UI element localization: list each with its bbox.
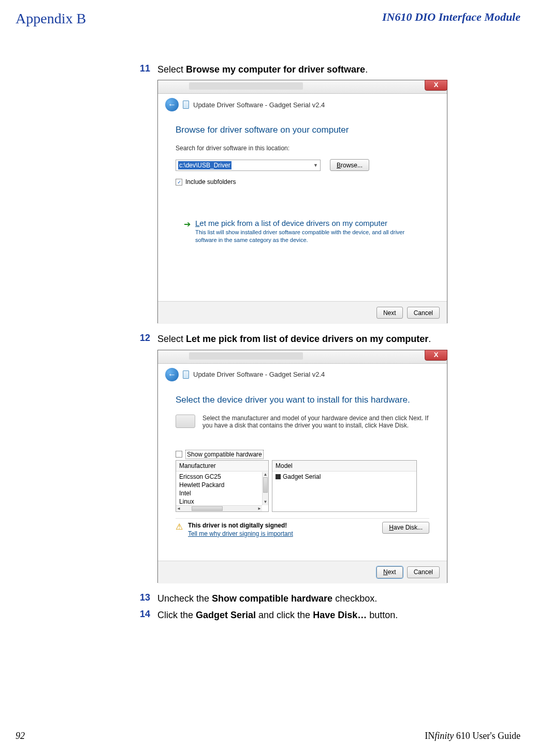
next-button-2[interactable]: Next xyxy=(376,566,403,578)
device-icon xyxy=(183,101,189,109)
step-11-prefix: Select xyxy=(157,64,186,75)
cancel-button[interactable]: Cancel xyxy=(407,307,440,319)
parent-window-titlebar: X xyxy=(158,80,447,94)
page-footer: 92 INfinity 610 User's Guide xyxy=(0,731,536,741)
page-number: 92 xyxy=(16,731,25,741)
step-14-suffix: button. xyxy=(367,610,398,620)
signing-text: This driver is not digitally signed! Tel… xyxy=(188,522,293,537)
step-11-text: Select Browse my computer for driver sof… xyxy=(157,63,368,76)
list-item[interactable]: Gadget Serial xyxy=(272,473,416,481)
dialog2-footer: Next Cancel xyxy=(158,561,447,583)
dialog2-desc-row: Select the manufacturer and model of you… xyxy=(176,415,429,429)
browse-button[interactable]: BBrowse...rowse... xyxy=(330,159,369,171)
step-12-text: Select Let me pick from list of device d… xyxy=(157,333,431,345)
path-row: c:\dev\USB_Driver ▼ BBrowse...rowse... xyxy=(158,157,447,176)
step-14-prefix: Click the xyxy=(157,610,196,620)
model-list[interactable]: Model Gadget Serial xyxy=(272,460,417,512)
dialog1-footer: Next Cancel xyxy=(158,301,447,324)
step-14: 14 Click the Gadget Serial and click the… xyxy=(140,609,474,621)
driver-path-input[interactable]: c:\dev\USB_Driver ▼ xyxy=(176,160,321,171)
close-button-2[interactable]: X xyxy=(425,350,447,361)
next-button[interactable]: Next xyxy=(376,307,403,319)
back-arrow-icon: ← xyxy=(168,100,176,109)
signing-bold: This driver is not digitally signed! xyxy=(188,522,287,529)
mfr-scrollbar-vertical[interactable]: ▲ ▼ xyxy=(262,472,268,505)
manufacturer-header: Manufacturer xyxy=(176,461,268,472)
include-subfolders-label: Include subfolders xyxy=(185,178,236,186)
guide-italic: finity xyxy=(434,731,454,741)
browse-button-label: BBrowse...rowse... xyxy=(337,162,363,169)
model-icon xyxy=(276,474,281,479)
list-item[interactable]: Hewlett Packard xyxy=(176,481,268,489)
step-12: 12 Select Let me pick from list of devic… xyxy=(140,333,474,345)
step-13: 13 Uncheck the Show compatible hardware … xyxy=(140,592,474,605)
step-13-prefix: Uncheck the xyxy=(157,593,212,604)
scroll-left-icon[interactable]: ◄ xyxy=(176,506,181,511)
step-12-number: 12 xyxy=(140,333,157,345)
signing-link[interactable]: Tell me why driver signing is important xyxy=(188,530,293,537)
step-14-number: 14 xyxy=(140,609,157,621)
step-14-mid: and click the xyxy=(256,610,313,620)
back-button-2[interactable]: ← xyxy=(165,368,179,381)
main-content: 11 Select Browse my computer for driver … xyxy=(0,32,536,621)
scroll-right-icon[interactable]: ► xyxy=(257,506,262,511)
show-compatible-checkbox[interactable] xyxy=(176,451,182,458)
step-12-bold: Let me pick from list of device drivers … xyxy=(186,334,428,344)
dialog-select-driver: X ← Update Driver Software - Gadget Seri… xyxy=(157,350,447,583)
step-11-bold: Browse my computer for driver software xyxy=(186,64,365,75)
step-11: 11 Select Browse my computer for driver … xyxy=(140,63,474,76)
manufacturer-items: Ericsson GC25 Hewlett Packard Intel Linu… xyxy=(176,472,268,507)
step-13-text: Uncheck the Show compatible hardware che… xyxy=(157,592,377,605)
step-13-number: 13 xyxy=(140,592,157,605)
manufacturer-list[interactable]: Manufacturer Ericsson GC25 Hewlett Packa… xyxy=(176,460,269,512)
let-me-pick-title: Let me pick from a list of device driver… xyxy=(195,219,429,227)
include-subfolders-row: ✓ Include subfolders xyxy=(158,176,447,188)
guide-title: INfinity 610 User's Guide xyxy=(425,731,520,741)
close-button[interactable]: X xyxy=(425,80,447,91)
mfr-scrollbar-horizontal[interactable]: ◄ ► xyxy=(176,505,262,511)
page-header: Appendix B IN610 DIO Interface Module xyxy=(0,0,536,32)
step-13-suffix: checkbox. xyxy=(332,593,377,604)
cancel-button-2[interactable]: Cancel xyxy=(407,566,440,578)
guide-prefix: IN xyxy=(425,731,434,741)
let-me-pick-desc: This list will show installed driver sof… xyxy=(195,229,423,244)
warning-icon: ⚠ xyxy=(176,522,184,530)
dialog2-nav: ← Update Driver Software - Gadget Serial… xyxy=(158,364,447,383)
drive-icon xyxy=(176,415,195,428)
back-button[interactable]: ← xyxy=(165,98,179,111)
scroll-thumb-h[interactable] xyxy=(192,506,223,511)
module-title: IN610 DIO Interface Module xyxy=(382,10,520,27)
search-location-label: Search for driver software in this locat… xyxy=(158,145,447,157)
model-items: Gadget Serial xyxy=(272,472,416,482)
appendix-title: Appendix B xyxy=(16,10,86,27)
dialog1-heading: Browse for driver software on your compu… xyxy=(158,113,447,145)
have-disk-button[interactable]: Have Disk... xyxy=(382,522,429,534)
guide-rest: 610 User's Guide xyxy=(454,731,520,741)
back-arrow-icon-2: ← xyxy=(168,370,176,379)
dialog2-desc: Select the manufacturer and model of you… xyxy=(202,415,429,429)
list-item[interactable]: Intel xyxy=(176,489,268,497)
dialog2-heading: Select the device driver you want to ins… xyxy=(158,383,447,415)
driver-path-value: c:\dev\USB_Driver xyxy=(178,161,231,169)
dialog1-body: ← Update Driver Software - Gadget Serial… xyxy=(158,94,447,324)
dialog2-body: ← Update Driver Software - Gadget Serial… xyxy=(158,364,447,583)
device-icon-2 xyxy=(183,370,189,379)
arrow-right-icon: ➔ xyxy=(184,221,191,228)
list-item[interactable]: Ericsson GC25 xyxy=(176,473,268,481)
scroll-thumb-v[interactable] xyxy=(263,477,268,493)
signing-left: ⚠ This driver is not digitally signed! T… xyxy=(176,522,293,537)
list-item[interactable]: Linux xyxy=(176,497,268,506)
dialog1-nav: ← Update Driver Software - Gadget Serial… xyxy=(158,94,447,113)
dialog2-content: Select the manufacturer and model of you… xyxy=(158,415,447,540)
step-14-bold1: Gadget Serial xyxy=(196,610,256,620)
step-11-suffix: . xyxy=(365,64,368,75)
scroll-down-icon[interactable]: ▼ xyxy=(263,500,268,505)
signing-row: ⚠ This driver is not digitally signed! T… xyxy=(176,518,429,540)
parent-window-titlebar-2: X xyxy=(158,350,447,364)
show-compatible-label: Show compatible hardware xyxy=(185,450,264,459)
path-dropdown-icon[interactable]: ▼ xyxy=(313,163,318,168)
model-header: Model xyxy=(272,461,416,472)
dialog2-nav-title: Update Driver Software - Gadget Serial v… xyxy=(193,370,325,378)
include-subfolders-checkbox[interactable]: ✓ xyxy=(176,179,182,186)
let-me-pick-option[interactable]: ➔ Let me pick from a list of device driv… xyxy=(184,219,429,244)
